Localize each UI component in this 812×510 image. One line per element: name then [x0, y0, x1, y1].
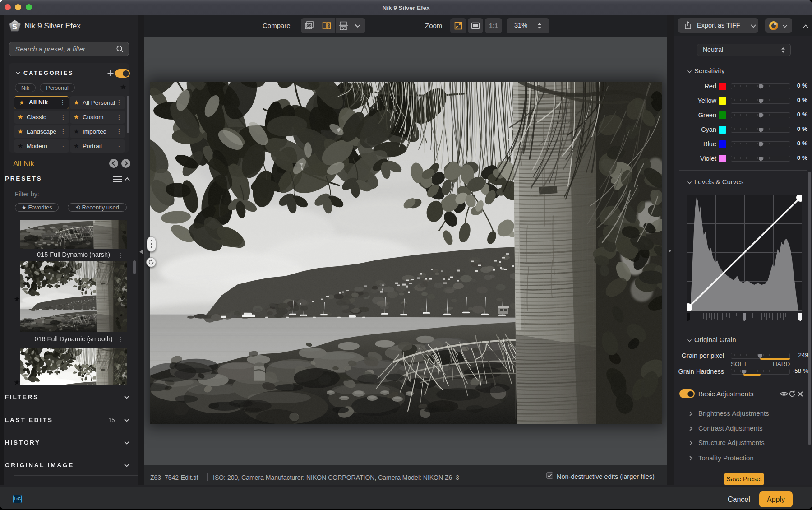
svg-text:S: S: [12, 23, 17, 31]
